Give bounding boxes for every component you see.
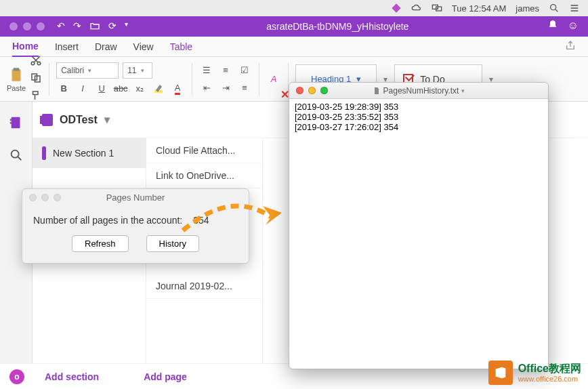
tab-view[interactable]: View	[133, 41, 154, 52]
office-logo-icon	[488, 361, 513, 385]
textedit-filename: PagesNumHistory.txt	[383, 86, 459, 96]
window-title: asrateDtBa-tbDNM9_yHhistoylete	[128, 21, 547, 32]
close-icon[interactable]: ✕	[280, 88, 289, 101]
menu-lines-icon[interactable]	[569, 3, 580, 14]
section-item[interactable]: New Section 1	[33, 138, 146, 168]
spotlight-icon[interactable]	[549, 3, 560, 14]
add-section-button[interactable]: Add section	[45, 371, 99, 382]
tab-draw[interactable]: Draw	[95, 41, 117, 52]
strikethrough-button[interactable]: abc	[113, 81, 128, 96]
cloud-icon[interactable]	[411, 3, 422, 14]
undo-icon[interactable]: ↶	[57, 20, 65, 33]
font-name-combo[interactable]: Calibri▾	[56, 62, 119, 79]
svg-rect-11	[9, 119, 11, 121]
redo-icon[interactable]: ↷	[73, 20, 81, 33]
numbering-button[interactable]: ≡	[218, 63, 233, 78]
page-item[interactable]: Cloud File Attach...	[146, 138, 262, 163]
menubar-clock[interactable]: Tue 12:54 AM	[452, 3, 506, 14]
history-button[interactable]: History	[146, 235, 199, 252]
clear-formatting-button[interactable]: A	[266, 72, 281, 87]
font-size-combo[interactable]: 11▾	[123, 62, 152, 79]
notebooks-icon[interactable]	[9, 115, 24, 130]
notebook-name: ODTest	[60, 114, 98, 126]
sync-icon[interactable]: ⟳	[108, 20, 117, 33]
diamond-icon[interactable]	[391, 3, 402, 14]
svg-rect-12	[9, 122, 11, 124]
ribbon-tabs: Home Insert Draw View Table	[0, 37, 588, 57]
svg-point-13	[11, 150, 18, 158]
svg-rect-10	[11, 117, 20, 129]
bold-button[interactable]: B	[56, 81, 71, 96]
bell-icon[interactable]	[547, 20, 558, 33]
pages-number-dialog: Pages Number Number of all pages in the …	[22, 188, 249, 264]
dialog-title: Pages Number	[22, 192, 249, 203]
section-label: New Section 1	[53, 148, 114, 159]
bullets-button[interactable]: ☰	[199, 63, 214, 78]
underline-button[interactable]: U	[94, 81, 109, 96]
copy-icon[interactable]	[30, 72, 42, 87]
window-titlebar: ↶ ↷ ⟳ ▾ asrateDtBa-tbDNM9_yHhistoylete ☺	[0, 16, 588, 37]
clipboard-icon	[7, 66, 25, 84]
subscript-button[interactable]: x₂	[132, 81, 147, 96]
svg-point-2	[551, 5, 556, 10]
smiley-icon[interactable]: ☺	[568, 20, 579, 33]
page-item[interactable]: Journal 2019-02...	[146, 274, 262, 299]
chevron-down-icon[interactable]: ▾	[461, 87, 465, 94]
section-color-mark	[42, 146, 46, 160]
cut-icon[interactable]	[30, 54, 42, 69]
indent-button[interactable]: ⇥	[218, 81, 233, 96]
highlight-button[interactable]	[151, 81, 166, 96]
dialog-label: Number of all pages in the account:	[33, 215, 182, 226]
svg-rect-3	[12, 69, 21, 81]
displays-icon[interactable]	[432, 3, 442, 14]
menubar-user[interactable]: james	[516, 3, 539, 14]
document-icon	[373, 87, 381, 95]
svg-rect-4	[14, 68, 20, 70]
outdent-button[interactable]: ⇤	[199, 81, 214, 96]
share-icon[interactable]	[565, 40, 576, 53]
notebook-icon	[42, 114, 53, 126]
account-badge[interactable]: o	[9, 369, 24, 384]
textedit-content[interactable]: [2019-03-25 19:28:39] 353 [2019-03-25 23…	[289, 99, 548, 369]
watermark: Office教程网 www.office26.com	[488, 361, 581, 385]
dialog-value: 354	[193, 215, 209, 226]
tab-insert[interactable]: Insert	[55, 41, 79, 52]
add-page-button[interactable]: Add page	[144, 371, 187, 382]
refresh-button[interactable]: Refresh	[72, 235, 129, 252]
page-item[interactable]: Link to OneDrive...	[146, 163, 262, 188]
textedit-titlebar[interactable]: PagesNumHistory.txt ▾	[289, 83, 548, 99]
checklist-button[interactable]: ☑	[237, 63, 252, 78]
chevron-down-icon: ▾	[104, 113, 110, 126]
tab-table[interactable]: Table	[170, 41, 192, 52]
align-button[interactable]: ≡	[237, 81, 252, 96]
search-rail-icon[interactable]	[9, 148, 24, 163]
font-color-button[interactable]: A	[170, 81, 185, 96]
paste-button[interactable]: Paste	[7, 66, 26, 92]
italic-button[interactable]: I	[75, 81, 90, 96]
folder-open-icon[interactable]	[89, 20, 100, 33]
mac-menubar: Tue 12:54 AM james	[383, 0, 588, 16]
window-traffic-lights[interactable]	[0, 22, 45, 30]
textedit-window: PagesNumHistory.txt ▾ [2019-03-25 19:28:…	[289, 82, 549, 369]
